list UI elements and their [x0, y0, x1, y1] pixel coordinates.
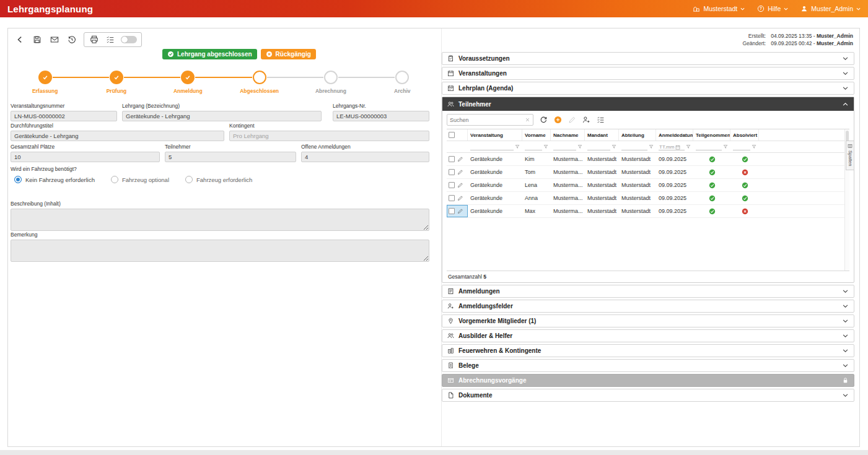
person-add-icon[interactable] [582, 116, 590, 124]
column-header-absolviert[interactable]: Absolviert [730, 129, 759, 141]
row-select-cell[interactable] [447, 153, 468, 165]
filter-absolviert[interactable] [730, 141, 759, 152]
row-checkbox[interactable] [449, 169, 455, 175]
calendar-icon[interactable] [675, 145, 680, 150]
filter-input[interactable] [470, 143, 514, 150]
filter-vorname[interactable] [522, 141, 551, 152]
step-archiv[interactable]: Archiv [367, 71, 438, 94]
participants-search[interactable] [447, 114, 533, 126]
column-header-vorname[interactable]: Vorname [522, 129, 551, 141]
refresh-icon[interactable] [540, 116, 548, 124]
filter-veranstaltung[interactable] [468, 141, 522, 152]
columns-side-tab[interactable]: Spalten [846, 141, 854, 170]
filter-funnel-icon[interactable] [686, 144, 691, 149]
row-edit-icon[interactable] [457, 208, 463, 214]
filter-teilgenommen[interactable] [693, 141, 730, 152]
row-edit-icon[interactable] [457, 169, 463, 175]
search-input[interactable] [450, 117, 525, 123]
column-header-anmeldedatum[interactable]: Anmeldedatum [656, 129, 693, 141]
veranstaltungsnummer-input[interactable] [11, 111, 117, 121]
participants-panel-header[interactable]: Teilnehmer [442, 97, 854, 111]
filter-funnel-icon[interactable] [515, 144, 520, 149]
bemerkung-textarea[interactable] [11, 240, 429, 262]
accordion-dokumente[interactable]: Dokumente [442, 389, 854, 402]
lehrgangs-nr-input[interactable] [333, 111, 429, 121]
row-select-cell[interactable] [447, 166, 468, 178]
filter-funnel-icon[interactable] [723, 144, 728, 149]
row-checkbox[interactable] [449, 156, 455, 162]
lehrgang-input[interactable] [122, 111, 322, 121]
offene-anmeldungen-input[interactable] [301, 152, 429, 162]
course-completed-button[interactable]: Lehrgang abgeschlossen [162, 49, 257, 59]
durchfuehrungstitel-input[interactable] [11, 131, 224, 141]
clear-search-icon[interactable] [525, 117, 530, 123]
row-checkbox[interactable] [449, 208, 455, 214]
accordion-voraussetzungen[interactable]: Voraussetzungen [442, 52, 854, 65]
gesamtzahl-plaetze-input[interactable] [11, 152, 160, 162]
accordion-vorgemerkte-mitglieder-1[interactable]: Vorgemerkte Mitglieder (1) [442, 314, 854, 327]
row-edit-icon[interactable] [457, 195, 463, 201]
filter-input[interactable] [525, 143, 542, 150]
accordion-anmeldungsfelder[interactable]: Anmeldungsfelder [442, 300, 854, 313]
step-connector [53, 77, 81, 78]
column-header-nachname[interactable]: Nachname [551, 129, 585, 141]
accordion-veranstaltungen[interactable]: Veranstaltungen [442, 67, 854, 80]
participant-row[interactable]: GerätekundeKimMusterma...MusterstadtMust… [447, 153, 849, 166]
participant-row[interactable]: GerätekundeMaxMusterma...MusterstadtMust… [447, 205, 849, 218]
radio-fahrzeug-erforderlich[interactable]: Fahrzeug erforderlich [185, 176, 252, 183]
row-edit-icon[interactable] [457, 156, 463, 162]
accordion-ausbilder-helfer[interactable]: Ausbilder & Helfer [442, 329, 854, 342]
accordion-feuerwehren-kontingente[interactable]: Feuerwehren & Kontingente [442, 344, 854, 357]
participant-row[interactable]: GerätekundeLenaMusterma...MusterstadtMus… [447, 179, 849, 192]
column-header-mandant[interactable]: Mandant [585, 129, 619, 141]
add-participant-icon[interactable] [554, 116, 562, 124]
row-checkbox[interactable] [449, 182, 455, 188]
accordion-lehrplan-agenda[interactable]: Lehrplan (Agenda) [442, 82, 854, 95]
select-all-checkbox[interactable] [449, 132, 455, 138]
column-header-veranstaltung[interactable]: Veranstaltung [468, 129, 522, 141]
participant-row[interactable]: GerätekundeAnnaMusterma...MusterstadtMus… [447, 192, 849, 205]
nav-item-hilfe[interactable]: ?Hilfe [757, 5, 788, 12]
column-header-teilgenommen[interactable]: Teilgenommen [693, 129, 730, 141]
filter-input[interactable] [696, 143, 722, 150]
step-erfassung[interactable]: Erfassung [9, 71, 81, 94]
radio-kein-fahrzeug-erforderlich[interactable]: Kein Fahrzeug erforderlich [14, 176, 95, 183]
filter-input[interactable] [621, 143, 647, 150]
kontingent-input[interactable] [229, 131, 429, 141]
filter-mandant[interactable] [585, 141, 619, 152]
filter-funnel-icon[interactable] [612, 144, 616, 149]
row-select-cell[interactable] [447, 179, 468, 191]
nav-item-muster-admin[interactable]: Muster_Admin [800, 5, 861, 12]
accordion-belege[interactable]: Belege [442, 359, 854, 372]
column-header-abteilung[interactable]: Abteilung [619, 129, 656, 141]
filter-input[interactable] [587, 143, 610, 150]
filter-abteilung[interactable] [619, 141, 656, 152]
select-all-cell[interactable] [447, 129, 468, 141]
accordion-anmeldungen[interactable]: Anmeldungen [442, 285, 854, 298]
filter-input[interactable] [553, 143, 576, 150]
filter-anmeldedatum[interactable]: TT.mm [656, 141, 693, 152]
row-checkbox[interactable] [449, 195, 455, 201]
row-select-cell[interactable] [447, 192, 468, 204]
filter-funnel-icon[interactable] [649, 144, 654, 149]
step-abgeschlossen[interactable]: Abgeschlossen [224, 71, 295, 94]
filter-funnel-icon[interactable] [543, 144, 548, 149]
radio-fahrzeug-optional[interactable]: Fahrzeug optional [111, 176, 169, 183]
filter-nachname[interactable] [551, 141, 585, 152]
accordion-abrechnungsvorgänge[interactable]: Abrechnungsvorgänge [442, 374, 854, 387]
nav-item-musterstadt[interactable]: Musterstadt [693, 5, 745, 12]
step-abrechnung[interactable]: Abrechnung [295, 71, 366, 94]
step-prüfung[interactable]: Prüfung [81, 71, 152, 94]
filter-funnel-icon[interactable] [577, 144, 582, 149]
edit-participant-icon[interactable] [568, 116, 576, 124]
filter-input[interactable] [733, 143, 750, 150]
row-edit-icon[interactable] [457, 182, 463, 188]
beschreibung-textarea[interactable] [11, 209, 429, 231]
participant-row[interactable]: GerätekundeTomMusterma...MusterstadtMust… [447, 166, 849, 179]
teilnehmer-input[interactable] [165, 152, 296, 162]
step-anmeldung[interactable]: Anmeldung [152, 71, 224, 94]
list-options-icon[interactable] [597, 116, 605, 124]
row-select-cell[interactable] [447, 205, 468, 217]
filter-funnel-icon[interactable] [752, 144, 756, 149]
undo-button[interactable]: Rückgängig [261, 49, 316, 59]
